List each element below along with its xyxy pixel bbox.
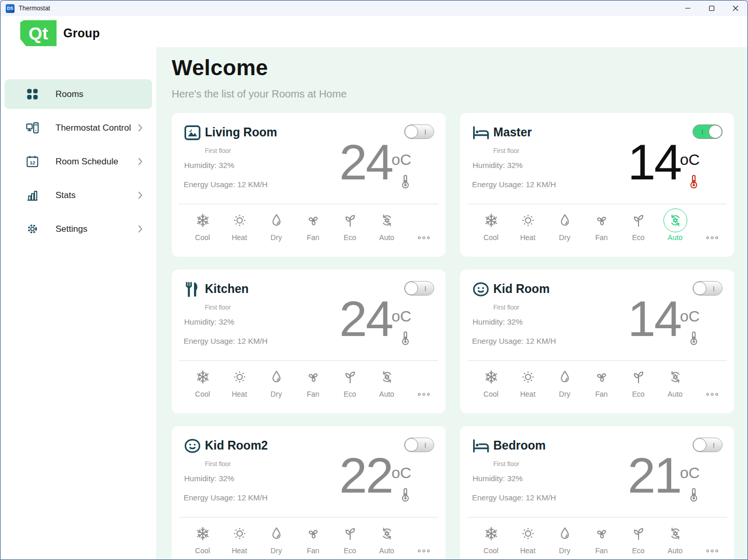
minimize-button[interactable]: [676, 1, 700, 16]
mode-button-auto[interactable]: Auto: [657, 208, 694, 245]
leaf-icon: [631, 369, 646, 385]
mode-row: Cool Heat Dry Fan Eco Auto: [184, 208, 442, 245]
close-button[interactable]: [724, 1, 747, 16]
mode-button-eco[interactable]: Eco: [331, 522, 368, 558]
mode-button-heat[interactable]: Heat: [221, 365, 258, 401]
room-temperature-unit: oC: [680, 151, 700, 169]
mode-label: Auto: [379, 547, 394, 555]
mode-button-heat[interactable]: Heat: [221, 208, 258, 245]
mode-label: Eco: [632, 547, 644, 555]
mode-label: Heat: [232, 547, 247, 555]
mode-label: Cool: [195, 390, 210, 398]
room-temperature-unit: oC: [680, 464, 700, 482]
mode-label: Fan: [595, 547, 607, 555]
mode-button-eco[interactable]: Eco: [331, 208, 368, 245]
sidebar-item-label: Settings: [56, 224, 87, 234]
room-floor: First floor: [205, 147, 231, 155]
room-power-toggle[interactable]: [404, 124, 434, 139]
mode-button-auto[interactable]: Auto: [657, 365, 694, 401]
mode-button-dry[interactable]: Dry: [546, 208, 583, 245]
room-energy-usage: Energy Usage: 12 KM/H: [184, 337, 268, 345]
maximize-button[interactable]: [700, 1, 724, 16]
room-humidity: Humidity: 32%: [473, 161, 523, 170]
room-power-toggle[interactable]: [692, 438, 723, 452]
mode-button-heat[interactable]: Heat: [509, 208, 546, 245]
mode-button-cool[interactable]: Cool: [184, 365, 221, 401]
cutlery-icon: [183, 280, 202, 299]
mode-button-dry[interactable]: Dry: [546, 365, 583, 401]
sun-icon: [520, 526, 536, 541]
room-power-toggle[interactable]: [692, 281, 723, 296]
more-options-button[interactable]: [694, 208, 730, 245]
mode-button-fan[interactable]: Fan: [583, 522, 620, 558]
more-options-button[interactable]: [694, 365, 730, 401]
mode-button-eco[interactable]: Eco: [331, 365, 368, 401]
sidebar-item-room-schedule[interactable]: 12 Room Schedule: [5, 147, 152, 176]
mode-button-eco[interactable]: Eco: [620, 522, 657, 558]
room-card: Bedroom First floor Humidity: 32% Energy…: [460, 426, 734, 559]
mode-button-fan[interactable]: Fan: [295, 208, 331, 245]
room-power-toggle[interactable]: [404, 438, 434, 452]
mode-label: Auto: [379, 390, 394, 398]
mode-button-fan[interactable]: Fan: [583, 208, 620, 245]
fan-icon: [594, 369, 610, 385]
mode-button-cool[interactable]: Cool: [473, 365, 509, 401]
mode-button-dry[interactable]: Dry: [258, 208, 295, 245]
mode-button-auto[interactable]: Auto: [368, 365, 405, 401]
room-power-toggle[interactable]: [692, 124, 723, 139]
mode-button-dry[interactable]: Dry: [258, 365, 295, 401]
more-options-button[interactable]: [405, 365, 442, 401]
droplet-icon: [269, 369, 284, 385]
page-subtitle: Here's the list of your Rooms at Home: [172, 88, 734, 100]
thermometer-icon: [398, 174, 412, 190]
mode-button-auto[interactable]: Auto: [368, 208, 405, 245]
snowflake-icon: [483, 213, 499, 228]
room-energy-usage: Energy Usage: 12 KM/H: [472, 337, 556, 345]
sidebar-item-thermostat-control[interactable]: Thermostat Control: [5, 113, 152, 143]
calendar-icon: 12: [25, 155, 39, 169]
sidebar-item-settings[interactable]: Settings: [5, 214, 152, 244]
more-options-button[interactable]: [694, 522, 730, 558]
mode-button-heat[interactable]: Heat: [509, 365, 546, 401]
mode-button-auto[interactable]: Auto: [368, 522, 405, 558]
mode-button-heat[interactable]: Heat: [221, 522, 258, 558]
room-humidity: Humidity: 32%: [184, 474, 234, 483]
mode-button-eco[interactable]: Eco: [620, 208, 657, 245]
mode-label: Cool: [483, 390, 498, 398]
mode-button-cool[interactable]: Cool: [184, 208, 221, 245]
sidebar-item-stats[interactable]: Stats: [5, 180, 152, 210]
room-name: Master: [493, 125, 532, 139]
fan-icon: [306, 369, 321, 385]
mode-button-dry[interactable]: Dry: [546, 522, 583, 558]
mode-button-dry[interactable]: Dry: [258, 522, 295, 558]
mode-button-cool[interactable]: Cool: [473, 522, 509, 558]
room-name: Kid Room: [493, 282, 550, 296]
mode-button-fan[interactable]: Fan: [583, 365, 620, 401]
sidebar: Qt Group Rooms Thermostat Control 12 Roo…: [1, 16, 156, 559]
mode-button-auto[interactable]: Auto: [657, 522, 694, 558]
room-temperature: 21: [628, 450, 681, 500]
smiley-icon: [472, 280, 490, 299]
droplet-icon: [557, 369, 573, 385]
room-power-toggle[interactable]: [404, 281, 434, 296]
mode-button-eco[interactable]: Eco: [620, 365, 657, 401]
grid-icon: [25, 87, 39, 101]
mode-button-fan[interactable]: Fan: [295, 522, 331, 558]
mode-button-cool[interactable]: Cool: [184, 522, 221, 558]
window-controls: [676, 1, 747, 16]
more-options-button[interactable]: [405, 522, 442, 558]
mode-button-cool[interactable]: Cool: [473, 208, 509, 245]
mode-label: Dry: [271, 390, 282, 398]
mode-label: Cool: [483, 547, 498, 555]
more-options-button[interactable]: [405, 208, 442, 245]
mode-button-fan[interactable]: Fan: [295, 365, 331, 401]
mode-label: Eco: [343, 390, 356, 398]
mode-label: Fan: [595, 390, 607, 398]
chevron-right-icon: [138, 225, 143, 233]
mode-label: Eco: [343, 233, 356, 242]
mode-label: Heat: [520, 390, 536, 398]
mode-button-heat[interactable]: Heat: [509, 522, 546, 558]
sidebar-item-rooms[interactable]: Rooms: [5, 79, 152, 109]
more-dots-icon: [703, 235, 721, 241]
fan-icon: [594, 526, 610, 541]
